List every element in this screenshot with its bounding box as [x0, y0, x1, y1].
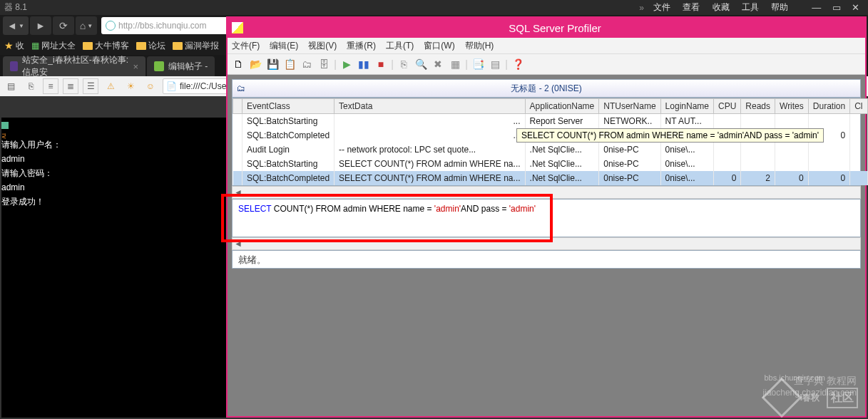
tab-close-icon[interactable]: × — [133, 61, 138, 72]
stop-icon[interactable]: ■ — [373, 56, 389, 72]
new-icon[interactable]: 🗋 — [230, 56, 246, 72]
tree-icon[interactable]: 🗂 — [299, 56, 315, 72]
bookmark-blog[interactable]: 大牛博客 — [83, 40, 129, 52]
close-icon[interactable]: ✕ — [852, 2, 859, 13]
profiler-workspace: 🗂 无标题 - 2 (0NISE) EventClass TextData Ap… — [228, 75, 865, 416]
sun-icon[interactable]: ☀ — [123, 78, 138, 94]
sql-text: COUNT(*) FROM admin WHERE name = — [271, 204, 434, 214]
help-icon[interactable]: ❓ — [510, 56, 526, 72]
profiler-menubar: 文件(F) 编辑(E) 视图(V) 重播(R) 工具(T) 窗口(W) 帮助(H… — [228, 38, 865, 53]
star-icon: ★ — [4, 40, 14, 51]
system-titlebar: 器 8.1 » 文件 查看 收藏 工具 帮助 — ▭ ✕ — [0, 0, 868, 15]
minimize-icon[interactable]: — — [812, 2, 821, 13]
separator: | — [333, 56, 337, 72]
col-eventclass[interactable]: EventClass — [242, 99, 335, 114]
table-row[interactable]: SQL:BatchCompletedSELECT COUNT(*) FROM a… — [233, 171, 868, 185]
menu-file[interactable]: 文件 — [653, 2, 670, 12]
document-title: 🗂 无标题 - 2 (0NISE) — [232, 79, 861, 98]
menu-replay[interactable]: 重播(R) — [347, 40, 376, 52]
props-icon[interactable]: 📋 — [282, 56, 297, 72]
menu-help[interactable]: 帮助 — [771, 2, 788, 12]
copy-icon[interactable]: ⎘ — [23, 78, 39, 94]
col-ntuser[interactable]: NTUserName — [599, 99, 660, 114]
folder-icon — [136, 42, 146, 50]
globe-icon — [106, 21, 116, 31]
grid-icon[interactable]: ▦ — [447, 56, 463, 72]
doc-icon: 🗂 — [237, 83, 245, 93]
table-icon[interactable]: ▤ — [487, 56, 503, 72]
back-button[interactable]: ◄▼ — [3, 16, 29, 35]
save-icon[interactable]: 💾 — [265, 56, 280, 72]
gutter-icon — [1, 122, 9, 129]
table-row[interactable]: SQL:BatchStartingSELECT COUNT(*) FROM ad… — [233, 157, 868, 171]
app-title: 器 8.1 — [4, 1, 27, 14]
col-textdata[interactable]: TextData — [335, 99, 525, 114]
home-button[interactable]: ⌂▼ — [76, 16, 97, 35]
tab-label: 站安全_i春秋社区-春秋论事:信息安 — [22, 54, 128, 78]
menu-window[interactable]: 窗口(W) — [424, 40, 454, 52]
gutter-text: rv — [0, 133, 8, 139]
bookmark-sites[interactable]: ▦网址大全 — [31, 40, 76, 52]
menu-tools[interactable]: 工具(T) — [386, 40, 414, 52]
menu-fav[interactable]: 收藏 — [713, 2, 730, 12]
col-login[interactable]: LoginName — [660, 99, 713, 114]
table-row[interactable]: SQL:BatchStarting...Report ServerNETWORK… — [233, 114, 868, 129]
tab-2[interactable]: 编辑帖子 - — [147, 56, 215, 76]
menu-help[interactable]: 帮助(H) — [465, 40, 494, 52]
system-menu: 文件 查看 收藏 工具 帮助 — [648, 1, 793, 14]
col-reads[interactable]: Reads — [741, 99, 775, 114]
col-appname[interactable]: ApplicationName — [525, 99, 599, 114]
find-icon[interactable]: 🔍 — [413, 56, 429, 72]
col-duration[interactable]: Duration — [808, 99, 849, 114]
warn-icon[interactable]: ⚠ — [103, 78, 118, 94]
col-cpu[interactable]: CPU — [713, 99, 740, 114]
reload-button[interactable]: ⟳ — [53, 16, 74, 35]
tab-1[interactable]: 站安全_i春秋社区-春秋论事:信息安 × — [3, 56, 145, 76]
grid-icon: ▦ — [31, 41, 39, 51]
clear-icon[interactable]: ✖ — [430, 56, 446, 72]
face-icon[interactable]: ☺ — [143, 78, 158, 94]
col-writes[interactable]: Writes — [775, 99, 809, 114]
address-bar[interactable]: http://bbs.ichunqiu.com — [101, 17, 244, 34]
align-center-icon[interactable]: ≣ — [63, 78, 78, 94]
open-icon[interactable]: 📂 — [247, 56, 263, 72]
status-pane: 就绪。 — [232, 250, 861, 269]
menu-edit[interactable]: 编辑(E) — [270, 40, 298, 52]
maximize-icon[interactable]: ▭ — [832, 2, 841, 13]
doc-icon[interactable]: ▤ — [3, 78, 19, 94]
menu-view[interactable]: 视图(V) — [308, 40, 337, 52]
forward-button[interactable]: ► — [30, 16, 51, 35]
sql-string: 'admin' — [509, 204, 536, 214]
console-output: 请输入用户名： admin 请输入密码： admin 登录成功！ — [1, 118, 226, 418]
scroll-left-icon[interactable]: ◄ — [233, 187, 244, 197]
profiler-titlebar[interactable]: SQL Server Profiler — [228, 18, 865, 38]
profiler-title: SQL Server Profiler — [249, 22, 861, 34]
watermark-url: bbs.ichunqiu.com — [764, 373, 825, 382]
h-scrollbar-2[interactable]: ◄ — [232, 237, 861, 250]
play-icon[interactable]: ▶ — [339, 56, 354, 72]
grid-header: EventClass TextData ApplicationName NTUs… — [233, 99, 868, 114]
bookmark-fav[interactable]: ★收 — [4, 40, 24, 52]
menu-arrow: » — [639, 3, 644, 13]
sql-keyword: SELECT — [238, 204, 271, 214]
copy-icon[interactable]: ⎘ — [396, 56, 412, 72]
pause-icon[interactable]: ▮▮ — [356, 56, 372, 72]
table-row[interactable]: Audit Login-- network protocol: LPC set … — [233, 143, 868, 157]
menu-file[interactable]: 文件(F) — [232, 40, 260, 52]
align-left-icon[interactable]: ≡ — [43, 78, 58, 94]
bookmark-report[interactable]: 漏洞举报 — [173, 40, 219, 52]
menu-tools[interactable]: 工具 — [742, 2, 759, 12]
folder-icon — [173, 42, 183, 50]
sql-detail-pane[interactable]: SELECT COUNT(*) FROM admin WHERE name = … — [232, 199, 861, 237]
tooltip: SELECT COUNT(*) FROM admin WHERE name = … — [516, 128, 824, 143]
sql-string: 'admin' — [434, 204, 461, 214]
scroll-left-icon[interactable]: ◄ — [233, 239, 244, 249]
bookmark-forum[interactable]: 论坛 — [136, 40, 165, 52]
align-right-icon[interactable]: ☰ — [83, 78, 98, 94]
db-icon[interactable]: 🗄 — [316, 56, 332, 72]
template-icon[interactable]: 📑 — [470, 56, 486, 72]
menu-view[interactable]: 查看 — [683, 2, 700, 12]
window-controls: — ▭ ✕ — [807, 2, 864, 13]
col-cl[interactable]: Cl — [850, 99, 867, 114]
h-scrollbar[interactable]: ◄ — [232, 186, 861, 199]
